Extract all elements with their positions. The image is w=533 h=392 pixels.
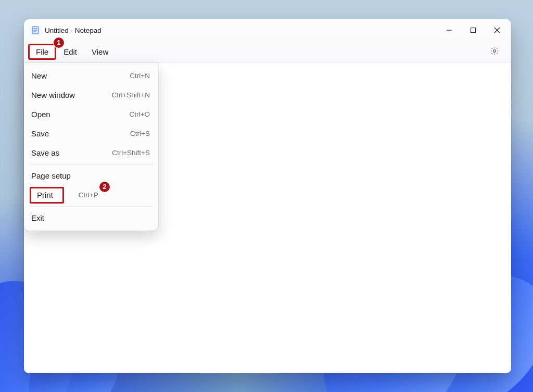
notepad-app-icon: [31, 26, 40, 34]
menu-item-new-window[interactable]: New window Ctrl+Shift+N: [24, 85, 158, 105]
menu-item-print[interactable]: Print Ctrl+P: [24, 185, 158, 205]
menu-item-label: Save: [31, 129, 130, 138]
annotation-badge-2: 2: [99, 182, 110, 192]
menu-item-shortcut: Ctrl+N: [130, 72, 150, 80]
svg-point-8: [493, 49, 496, 52]
gear-icon: [490, 46, 499, 58]
menu-item-page-setup[interactable]: Page setup: [24, 166, 158, 185]
menu-item-shortcut: Ctrl+S: [130, 130, 150, 137]
titlebar[interactable]: Untitled - Notepad: [24, 19, 511, 41]
menu-item-label: Page setup: [31, 171, 150, 180]
menu-separator: [29, 206, 153, 207]
settings-button[interactable]: [486, 44, 503, 60]
minimize-button[interactable]: [437, 20, 461, 40]
menu-view[interactable]: View: [84, 44, 116, 59]
menu-item-shortcut: Ctrl+O: [130, 110, 150, 118]
menu-item-save-as[interactable]: Save as Ctrl+Shift+S: [24, 143, 158, 162]
close-button[interactable]: [485, 20, 509, 40]
window-controls: [437, 20, 509, 40]
menu-item-label: New: [31, 71, 130, 80]
menubar: File Edit View New Ctrl+N New window Ctr…: [24, 41, 511, 63]
menu-item-save[interactable]: Save Ctrl+S: [24, 124, 158, 143]
menu-item-label: Print: [37, 191, 53, 199]
menu-item-label: Save as: [31, 148, 112, 157]
menu-item-label: New window: [31, 91, 111, 99]
menu-item-shortcut: Ctrl+Shift+S: [112, 149, 150, 157]
menu-separator: [29, 164, 153, 165]
menu-item-label: Open: [31, 110, 130, 119]
menu-file[interactable]: File: [28, 44, 56, 60]
menu-item-label: Exit: [31, 213, 150, 222]
file-menu-dropdown: New Ctrl+N New window Ctrl+Shift+N Open …: [24, 63, 158, 231]
annotation-badge-1: 1: [54, 37, 64, 48]
menu-item-new[interactable]: New Ctrl+N: [24, 66, 158, 85]
menu-item-shortcut: Ctrl+P: [79, 191, 98, 199]
maximize-button[interactable]: [461, 20, 485, 40]
notepad-window: Untitled - Notepad File Edit View: [24, 19, 511, 373]
svg-rect-5: [471, 28, 476, 33]
menu-item-shortcut: Ctrl+Shift+N: [111, 91, 150, 99]
window-title: Untitled - Notepad: [45, 27, 101, 34]
menu-item-open[interactable]: Open Ctrl+O: [24, 105, 158, 124]
menu-item-exit[interactable]: Exit: [24, 208, 158, 227]
